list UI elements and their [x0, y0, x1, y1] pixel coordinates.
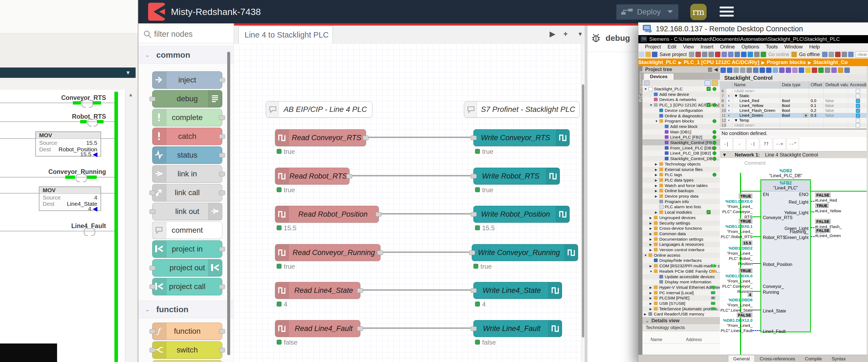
- lad-instruction-button[interactable]: -|/|-: [733, 138, 746, 150]
- tree-item-update-accessible-devices[interactable]: Update accessible devices: [643, 274, 720, 280]
- tab-compile[interactable]: Compile: [800, 355, 827, 362]
- tree-item-security-settings[interactable]: ▶Security settings: [643, 220, 720, 226]
- table-header-name[interactable]: Name: [733, 81, 780, 88]
- lad-instruction-button[interactable]: --^: [786, 138, 799, 150]
- output-port[interactable]: [219, 134, 225, 139]
- mov-block-line4-state[interactable]: MOV Source 4 Dest Line4_State 4 ◀: [39, 187, 101, 211]
- tree-item-local-modules[interactable]: ▶Local modules✓: [643, 210, 720, 215]
- toolbar-icon[interactable]: [639, 52, 644, 57]
- output-port[interactable]: [377, 250, 383, 255]
- input-port[interactable]: [471, 174, 477, 178]
- collapse-network-icon[interactable]: ▼: [722, 152, 727, 158]
- tree-item-display-more-information[interactable]: Display more information: [643, 279, 720, 285]
- palette-node-catch[interactable]: catch: [152, 128, 222, 145]
- expander-icon[interactable]: ▼: [655, 118, 658, 124]
- flow-canvas[interactable]: AB EIP/CIP - Line 4 PLCS7 Profinet - Sta…: [234, 44, 581, 362]
- palette-node-link-call[interactable]: link call: [152, 184, 222, 201]
- palette-category-common[interactable]: ⌄ common: [138, 46, 234, 64]
- details-view-header[interactable]: ⌄Details view: [643, 317, 720, 324]
- expander-icon[interactable]: ▶: [655, 210, 657, 215]
- expander-icon[interactable]: ▶: [650, 215, 652, 220]
- output-port[interactable]: [219, 191, 225, 195]
- deploy-button[interactable]: Deploy: [616, 4, 678, 20]
- toolbar-icon[interactable]: [761, 52, 766, 57]
- node-Read-Robot_Position[interactable]: Read Robot_Position: [275, 206, 379, 223]
- tab-cross-references[interactable]: Cross-references: [755, 355, 800, 362]
- node-Write-Conveyor_Running[interactable]: Write Conveyor_Running: [472, 244, 578, 261]
- toolbar-icon[interactable]: [766, 67, 772, 73]
- menu-edit[interactable]: Edit: [668, 43, 676, 50]
- expander-icon[interactable]: ▶: [650, 301, 652, 306]
- tree-item-pc-internal-local-[interactable]: ▶PC internal [Local]: [643, 290, 720, 296]
- var-datatype[interactable]: Bool: [780, 98, 809, 103]
- palette-search[interactable]: [138, 26, 234, 43]
- menu-window[interactable]: Window: [784, 43, 803, 50]
- palette-node-comment[interactable]: comment: [152, 222, 222, 239]
- toolbar-icon[interactable]: [727, 67, 733, 73]
- toolbar-icon[interactable]: [848, 52, 854, 57]
- expander-icon[interactable]: ▶: [650, 220, 652, 226]
- tree-item-plc-1-cpu-1212c-ac-dc-rly-[interactable]: ▼PLC_1 [CPU 1212C AC/DC/Rly]✓: [643, 102, 720, 108]
- tree-item-realtek-pcie-gbe-family-con-[interactable]: ▼Realtek PCIe GBE Family Con...: [643, 269, 720, 274]
- node-Read-Robot_RTS[interactable]: Read Robot_RTS: [275, 168, 349, 185]
- add-flow-icon[interactable]: +: [560, 26, 571, 44]
- menu-help[interactable]: Help: [809, 43, 820, 50]
- fb-call-box[interactable]: %FB2"Line4_PLC"ENENOConveyor_RTSRobot_RT…: [761, 179, 811, 332]
- search-input[interactable]: [154, 29, 228, 39]
- node-Read-Conveyor_Running[interactable]: Read Conveyor_Running: [275, 244, 380, 261]
- expander-icon[interactable]: ▶: [655, 183, 657, 188]
- expander-icon[interactable]: ▶: [650, 242, 652, 247]
- breadcrumb-segment[interactable]: Stacklight_PLC: [638, 59, 676, 65]
- toolbar-icon[interactable]: [825, 67, 830, 73]
- toolbar-icon[interactable]: [829, 52, 834, 57]
- tree-item-line4-plc-db-db2-[interactable]: Line4_PLC_DB [DB2]: [643, 150, 720, 156]
- tree-item-display-hide-interfaces[interactable]: Display/hide interfaces: [643, 258, 720, 263]
- var-datatype[interactable]: [780, 88, 809, 93]
- tree-item-main-ob1-[interactable]: Main [OB1]: [643, 129, 720, 135]
- tree-item-usb-s7usb-[interactable]: ▶USB [S7USB]: [643, 301, 720, 306]
- toolbar-icon[interactable]: [805, 67, 811, 73]
- palette-node-switch[interactable]: switch: [152, 341, 222, 359]
- var-name[interactable]: Line4_Yellow: [733, 103, 780, 108]
- output-port[interactable]: [219, 153, 225, 158]
- tree-item-technology-objects[interactable]: ▶Technology objects: [643, 161, 720, 167]
- var-name[interactable]: ▼ Temp: [733, 118, 780, 123]
- tree-item-teleservice-automatic-protoco-[interactable]: ▶TeleService [Automatic protoco...: [643, 306, 720, 312]
- var-name[interactable]: Line4_Green: [733, 113, 780, 118]
- rdp-titlebar[interactable]: 192.168.0.137 - Remote Desktop Connectio…: [638, 23, 868, 35]
- tree-item-plcsim-pn-ie-[interactable]: ▶PLCSIM [PN/IE]✗: [643, 295, 720, 301]
- tree-item-program-info[interactable]: Program info: [643, 199, 720, 204]
- accessible-checkbox[interactable]: ✓: [856, 99, 860, 103]
- tree-item-stacklight-plc[interactable]: ▼Stacklight_PLC✓: [643, 86, 720, 92]
- lad-instruction-button[interactable]: -| |-: [720, 138, 733, 150]
- toolbar-icon[interactable]: [721, 52, 727, 57]
- expander-icon[interactable]: ▶: [655, 194, 657, 199]
- tree-item-device-configuration[interactable]: Device configuration: [643, 108, 720, 113]
- tree-item-languages-resources[interactable]: ▶Languages & resources: [643, 242, 720, 247]
- tree-item-from-line4-plc-db1-[interactable]: From_Line4_PLC [DB1]: [643, 145, 720, 151]
- tree-item-com-rs232-ppi-multi-master-c-[interactable]: ▶COM [RS232/PPI multi-master c...?: [643, 263, 720, 269]
- deploy-caret-icon[interactable]: [668, 10, 673, 16]
- tree-item-external-source-files[interactable]: ▶External source files: [643, 167, 720, 172]
- expander-icon[interactable]: ▶: [650, 236, 652, 242]
- tree-item-watch-and-force-tables[interactable]: ▶Watch and force tables: [643, 183, 720, 188]
- input-port[interactable]: [150, 348, 155, 353]
- node-Read-Line4_Fault[interactable]: Read Line4_Fault: [275, 320, 360, 337]
- toolbar-icon[interactable]: [831, 67, 837, 73]
- expander-icon[interactable]: ▼: [650, 269, 652, 274]
- palette-node-status[interactable]: status: [152, 146, 222, 164]
- table-header-accessible[interactable]: Accessible: [848, 81, 868, 88]
- output-port[interactable]: [376, 212, 381, 217]
- output-port[interactable]: [357, 326, 363, 331]
- tree-item-online-access[interactable]: ▼Online access: [643, 253, 720, 258]
- output-port[interactable]: [219, 284, 225, 289]
- tab-general[interactable]: General: [728, 355, 755, 362]
- input-port[interactable]: [150, 191, 155, 195]
- tree-item-online-backups[interactable]: ▶Online backups: [643, 188, 720, 194]
- tree-item-ungrouped-devices[interactable]: ▶Ungrouped devices: [643, 215, 720, 220]
- canvas-scrollbar[interactable]: [581, 44, 585, 362]
- toolbar-icon[interactable]: [740, 67, 745, 73]
- toolbar-icon[interactable]: [842, 52, 847, 57]
- var-name[interactable]: Line4_Red: [733, 98, 780, 103]
- collapsed-panel-bar[interactable]: ▼: [0, 67, 135, 78]
